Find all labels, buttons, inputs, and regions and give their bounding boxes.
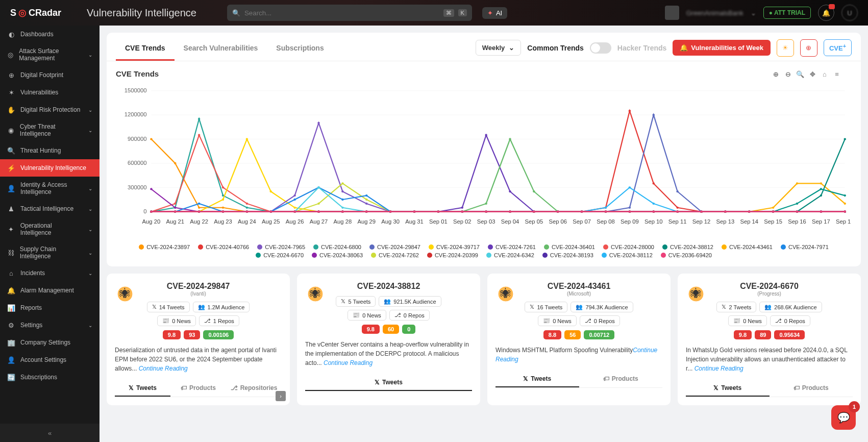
sidebar-item-digital-risk-protection[interactable]: ✋Digital Risk Protection⌄ bbox=[0, 101, 100, 118]
chat-fab[interactable]: 💬 1 bbox=[831, 405, 856, 430]
legend-item[interactable]: CVE-2024-7965 bbox=[257, 244, 305, 250]
sidebar-item-account-settings[interactable]: 👤Account Settings bbox=[0, 351, 100, 369]
vulnerabilities-of-week-button[interactable]: 🔔Vulnerabilities of Week bbox=[673, 40, 771, 56]
continue-reading-link[interactable]: Continue Reading bbox=[695, 365, 743, 372]
legend-item[interactable]: CVE-2024-29847 bbox=[369, 244, 420, 250]
tab-subscriptions[interactable]: Subscriptions bbox=[267, 39, 333, 61]
legend-item[interactable]: CVE-2024-6800 bbox=[313, 244, 361, 250]
sidebar-item-incidents[interactable]: ⌂Incidents⌄ bbox=[0, 264, 100, 282]
legend-item[interactable]: CVE-2024-40766 bbox=[198, 244, 249, 250]
search-box[interactable]: 🔍 ⌘ K bbox=[227, 5, 472, 21]
legend-item[interactable]: CVE-2024-38812 bbox=[662, 244, 713, 250]
sidebar-item-identity-access-intelligence[interactable]: 👤Identity & Access Intelligence⌄ bbox=[0, 177, 100, 200]
zoom-in-icon[interactable]: ⊕ bbox=[771, 69, 780, 79]
tweets-badge[interactable]: 𝕏 5 Tweets bbox=[336, 296, 376, 307]
legend-item[interactable]: CVE-2024-28000 bbox=[603, 244, 654, 250]
sidebar-item-vulnerabilities[interactable]: ✶Vulnerabilities bbox=[0, 84, 100, 101]
legend-item[interactable]: CVE-2024-7262 bbox=[371, 252, 419, 258]
legend-item[interactable]: CVE-2024-7261 bbox=[488, 244, 536, 250]
audience-badge[interactable]: 👥 1.2M Audience bbox=[193, 302, 250, 312]
menu-icon[interactable]: ≡ bbox=[832, 69, 841, 79]
sidebar-item-supply-chain-intelligence[interactable]: ⛓Supply Chain Intelligence⌄ bbox=[0, 241, 100, 264]
continue-reading-link[interactable]: Continue Reading bbox=[495, 347, 657, 363]
ai-button[interactable]: ✦AI bbox=[482, 7, 507, 19]
audience-badge[interactable]: 👥 794.3K Audience bbox=[571, 302, 633, 312]
chevron-down-icon[interactable]: ⌄ bbox=[751, 9, 756, 17]
mini-tab-products[interactable]: 🏷 Products bbox=[770, 380, 853, 397]
svg-point-104 bbox=[198, 134, 200, 136]
mini-tab-tweets[interactable]: 𝕏 Tweets bbox=[495, 371, 579, 387]
sidebar-item-settings[interactable]: ⚙Settings⌄ bbox=[0, 316, 100, 334]
cve-id[interactable]: CVE-2024-6670 bbox=[686, 282, 853, 291]
sidebar-item-subscriptions[interactable]: 🔄Subscriptions bbox=[0, 369, 100, 386]
org-name[interactable]: GreenAnimalsBank bbox=[686, 9, 743, 17]
mini-tab-repositories[interactable]: ⎇ Repositories bbox=[226, 380, 282, 397]
period-dropdown[interactable]: Weekly ⌄ bbox=[476, 40, 522, 56]
scroll-right-button[interactable]: › bbox=[276, 391, 286, 401]
tweets-badge[interactable]: 𝕏 16 Tweets bbox=[525, 302, 567, 312]
trends-toggle[interactable] bbox=[590, 42, 611, 54]
sidebar-item-threat-hunting[interactable]: 🔍Threat Hunting bbox=[0, 142, 100, 159]
mini-tab-tweets[interactable]: 𝕏 Tweets bbox=[305, 375, 472, 391]
notifications-button[interactable]: 🔔 bbox=[818, 5, 834, 21]
legend-item[interactable]: CVE-2024-23897 bbox=[139, 244, 190, 250]
legend-item[interactable]: CVE-2024-38063 bbox=[312, 252, 363, 258]
audience-badge[interactable]: 👥 268.6K Audience bbox=[759, 302, 822, 312]
audience-badge[interactable]: 👥 921.5K Audience bbox=[379, 296, 441, 307]
sidebar-item-vulnerability-intelligence[interactable]: ⚡Vulnerability Intelligence bbox=[0, 159, 100, 177]
repos-badge[interactable]: ⎇ 0 Repos bbox=[580, 315, 620, 326]
cve-id[interactable]: CVE-2024-29847 bbox=[115, 282, 282, 291]
sidebar-item-operational-intelligence[interactable]: ✦Operational Intelligence⌄ bbox=[0, 217, 100, 241]
home-icon[interactable]: ⌂ bbox=[820, 69, 829, 79]
search-input[interactable] bbox=[244, 9, 439, 17]
cve-id[interactable]: CVE-2024-38812 bbox=[305, 282, 472, 291]
legend-item[interactable]: CVE-2024-6342 bbox=[486, 252, 534, 258]
sidebar-item-tactical-intelligence[interactable]: ♟Tactical Intelligence⌄ bbox=[0, 200, 100, 217]
sidebar-collapse-button[interactable]: « bbox=[0, 424, 100, 442]
sidebar-item-reports[interactable]: 📊Reports bbox=[0, 299, 100, 316]
sidebar-item-alarm-management[interactable]: 🔔Alarm Management bbox=[0, 282, 100, 299]
legend-item[interactable]: CVE-2024-38112 bbox=[602, 252, 653, 258]
news-badge[interactable]: 📰 0 News bbox=[348, 310, 386, 321]
news-badge[interactable]: 📰 0 News bbox=[538, 315, 577, 326]
continue-reading-link[interactable]: Continue Reading bbox=[139, 365, 188, 372]
repos-badge[interactable]: ⎇ 0 Repos bbox=[389, 310, 430, 321]
sun-button[interactable]: ☀ bbox=[777, 39, 794, 57]
legend-item[interactable]: CVE-2024-7971 bbox=[781, 244, 829, 250]
sidebar-item-company-settings[interactable]: 🏢Company Settings bbox=[0, 334, 100, 351]
logo[interactable]: S◎CRadar bbox=[10, 7, 77, 18]
legend-item[interactable]: CVE-2024-38193 bbox=[542, 252, 593, 258]
legend-item[interactable]: CVE-2024-6670 bbox=[256, 252, 304, 258]
tweets-badge[interactable]: 𝕏 2 Tweets bbox=[716, 302, 756, 312]
legend-item[interactable]: CVE-2024-39717 bbox=[429, 244, 480, 250]
news-badge[interactable]: 📰 0 News bbox=[157, 315, 196, 326]
zoom-select-icon[interactable]: 🔍 bbox=[796, 69, 805, 79]
tab-cve-trends[interactable]: CVE Trends bbox=[116, 39, 175, 61]
legend-item[interactable]: CVE-2036-69420 bbox=[661, 252, 712, 258]
repos-badge[interactable]: ⎇ 0 Repos bbox=[770, 315, 810, 326]
legend-label: CVE-2024-7261 bbox=[495, 244, 536, 250]
legend-item[interactable]: CVE-2024-20399 bbox=[427, 252, 478, 258]
tweets-badge[interactable]: 𝕏 14 Tweets bbox=[147, 302, 190, 312]
org-avatar[interactable] bbox=[665, 6, 679, 20]
sidebar-item-attack-surface-management[interactable]: ◎Attack Surface Management⌄ bbox=[0, 43, 100, 66]
user-avatar[interactable]: U bbox=[841, 5, 858, 21]
mini-tab-tweets[interactable]: 𝕏 Tweets bbox=[115, 380, 170, 397]
legend-item[interactable]: CVE-2024-36401 bbox=[544, 244, 595, 250]
sidebar-item-digital-footprint[interactable]: ⊕Digital Footprint bbox=[0, 66, 100, 84]
zoom-out-icon[interactable]: ⊖ bbox=[783, 69, 792, 79]
cve-id[interactable]: CVE-2024-43461 bbox=[495, 282, 662, 291]
add-button[interactable]: ⊕ bbox=[800, 39, 817, 57]
tab-search-vulnerabilities[interactable]: Search Vulnerabilities bbox=[175, 39, 267, 61]
pan-icon[interactable]: ✥ bbox=[808, 69, 817, 79]
mini-tab-tweets[interactable]: 𝕏 Tweets bbox=[686, 380, 770, 397]
sidebar-item-dashboards[interactable]: ◐Dashboards bbox=[0, 26, 100, 43]
continue-reading-link[interactable]: Continue Reading bbox=[324, 359, 373, 366]
legend-item[interactable]: CVE-2024-43461 bbox=[722, 244, 773, 250]
news-badge[interactable]: 📰 0 News bbox=[728, 315, 767, 326]
mini-tab-products[interactable]: 🏷 Products bbox=[579, 371, 663, 387]
mini-tab-products[interactable]: 🏷 Products bbox=[170, 380, 226, 397]
repos-badge[interactable]: ⎇ 1 Repos bbox=[199, 315, 239, 326]
sidebar-item-cyber-threat-intelligence[interactable]: ◉Cyber Threat Intelligence⌄ bbox=[0, 118, 100, 142]
cve-plus-button[interactable]: CVE+ bbox=[824, 39, 852, 56]
